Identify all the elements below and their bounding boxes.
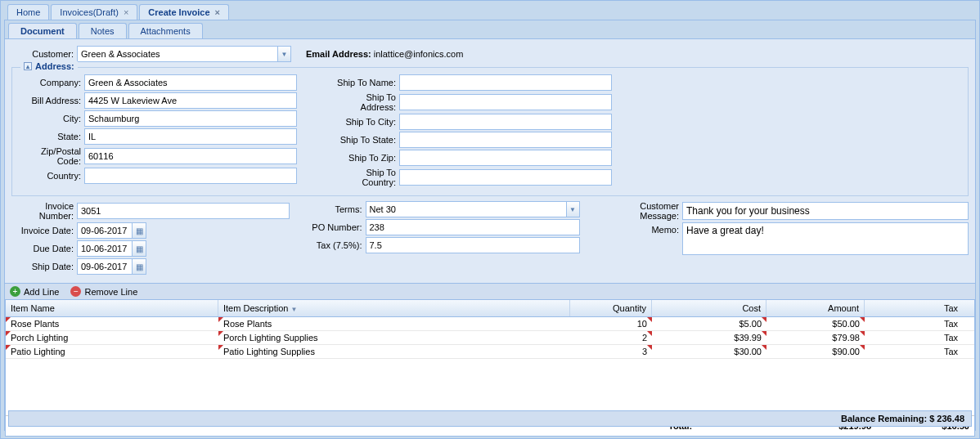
cell-tax[interactable]: Tax — [865, 345, 963, 358]
app-window: Home Invoices(Draft)× Create Invoice× Do… — [0, 0, 980, 439]
label-state: State: — [19, 132, 84, 141]
terms-combo[interactable]: ▼ — [366, 201, 580, 217]
due-date-field[interactable]: ▦ — [77, 240, 146, 257]
cell-cost[interactable]: $30.00 — [652, 345, 766, 358]
ship-country-input[interactable] — [399, 169, 612, 186]
customer-combo[interactable]: ▼ — [77, 46, 291, 62]
sub-tabbar: Document Notes Attachments — [5, 20, 975, 39]
bill-address-input[interactable] — [84, 92, 297, 109]
grid-header: Item Name Item Description▼ Quantity Cos… — [6, 300, 974, 317]
ship-date-input[interactable] — [77, 258, 133, 275]
tab-home[interactable]: Home — [7, 4, 49, 20]
cell-qty[interactable]: 3 — [570, 345, 652, 358]
invoice-number-input[interactable] — [77, 203, 290, 219]
collapse-icon[interactable]: ▴ — [24, 62, 32, 70]
label-duedate: Due Date: — [11, 244, 77, 253]
customer-message-input[interactable] — [682, 202, 969, 220]
tax-input[interactable] — [366, 237, 580, 253]
close-icon[interactable]: × — [215, 7, 220, 17]
grid-body[interactable]: Rose Plants Rose Plants 10 $5.00 $50.00 … — [6, 317, 974, 415]
customer-input[interactable] — [77, 46, 277, 62]
label-zip: Zip/Postal Code: — [19, 146, 84, 166]
col-tax[interactable]: Tax — [865, 300, 963, 316]
label-custmsg: Customer Message: — [605, 201, 682, 221]
add-line-button[interactable]: +Add Line — [10, 286, 59, 297]
cell-cost[interactable]: $5.00 — [652, 317, 766, 330]
table-row[interactable]: Patio Lighting Patio Lighting Supplies 3… — [6, 345, 974, 359]
label-shipaddr: Ship To Address: — [330, 92, 399, 112]
cell-cost[interactable]: $39.99 — [652, 331, 766, 344]
email-value: inlattice@infonics.com — [374, 49, 464, 59]
label-invdate: Invoice Date: — [11, 226, 77, 235]
label-invnum: Invoice Number: — [11, 201, 77, 221]
tab-invoices-draft[interactable]: Invoices(Draft)× — [51, 4, 137, 20]
label-memo: Memo: — [605, 222, 682, 235]
ship-address-input[interactable] — [399, 94, 612, 110]
city-input[interactable] — [84, 110, 297, 127]
table-row[interactable]: Porch Lighting Porch Lighting Supplies 2… — [6, 331, 974, 345]
invoice-date-input[interactable] — [77, 222, 133, 239]
label-customer: Customer: — [11, 49, 77, 59]
calendar-icon[interactable]: ▦ — [133, 240, 146, 257]
terms-input[interactable] — [366, 201, 566, 217]
table-row[interactable]: Rose Plants Rose Plants 10 $5.00 $50.00 … — [6, 317, 974, 331]
ship-city-input[interactable] — [399, 114, 612, 130]
tab-create-invoice[interactable]: Create Invoice× — [139, 4, 229, 20]
calendar-icon[interactable]: ▦ — [133, 222, 146, 239]
sort-desc-icon: ▼ — [290, 306, 297, 313]
main-tabbar: Home Invoices(Draft)× Create Invoice× — [4, 4, 976, 20]
cell-amt[interactable]: $50.00 — [766, 317, 865, 330]
cell-qty[interactable]: 10 — [570, 317, 652, 330]
cell-amt[interactable]: $90.00 — [766, 345, 865, 358]
chevron-down-icon[interactable]: ▼ — [277, 46, 291, 62]
label-shipzip: Ship To Zip: — [330, 153, 399, 163]
label-tax: Tax (7.5%): — [308, 240, 366, 250]
country-input[interactable] — [84, 168, 297, 184]
ship-name-input[interactable] — [399, 74, 612, 91]
calendar-icon[interactable]: ▦ — [133, 258, 146, 275]
cell-item[interactable]: Rose Plants — [6, 317, 218, 330]
status-bar: Balance Remaining: $ 236.48 — [8, 410, 972, 427]
ship-zip-input[interactable] — [399, 150, 612, 166]
zip-input[interactable] — [84, 148, 297, 164]
col-item-desc[interactable]: Item Description▼ — [218, 300, 570, 316]
label-company: Company: — [19, 78, 84, 87]
cell-qty[interactable]: 2 — [570, 331, 652, 344]
subtab-notes[interactable]: Notes — [79, 23, 127, 38]
minus-icon: − — [70, 286, 81, 297]
ship-date-field[interactable]: ▦ — [77, 258, 146, 275]
label-shipname: Ship To Name: — [330, 78, 399, 87]
col-amount[interactable]: Amount — [766, 300, 865, 316]
state-input[interactable] — [84, 128, 297, 145]
cell-tax[interactable]: Tax — [865, 317, 963, 330]
form-area: Customer: ▼ Email Address: inlattice@inf… — [5, 39, 975, 283]
close-icon[interactable]: × — [124, 7, 128, 17]
col-item-name[interactable]: Item Name — [6, 300, 218, 316]
remove-line-button[interactable]: −Remove Line — [70, 286, 137, 297]
invoice-date-field[interactable]: ▦ — [77, 222, 146, 239]
col-quantity[interactable]: Quantity — [570, 300, 652, 316]
label-email: Email Address: inlattice@infonics.com — [306, 49, 463, 59]
label-terms: Terms: — [308, 204, 366, 214]
company-input[interactable] — [84, 74, 297, 91]
cell-desc[interactable]: Porch Lighting Supplies — [218, 331, 570, 344]
cell-tax[interactable]: Tax — [865, 331, 963, 344]
subtab-attachments[interactable]: Attachments — [128, 23, 203, 38]
label-shipcountry: Ship To Country: — [330, 168, 399, 187]
memo-input[interactable]: Have a great day! — [682, 222, 969, 255]
chevron-down-icon[interactable]: ▼ — [566, 201, 580, 217]
cell-amt[interactable]: $79.98 — [766, 331, 865, 344]
col-cost[interactable]: Cost — [652, 300, 766, 316]
subtab-document[interactable]: Document — [8, 23, 77, 38]
cell-item[interactable]: Porch Lighting — [6, 331, 218, 344]
ship-state-input[interactable] — [399, 132, 612, 148]
label-city: City: — [19, 114, 84, 123]
cell-item[interactable]: Patio Lighting — [6, 345, 218, 358]
due-date-input[interactable] — [77, 240, 133, 257]
cell-desc[interactable]: Patio Lighting Supplies — [218, 345, 570, 358]
line-toolbar: +Add Line −Remove Line — [5, 283, 975, 300]
label-shipdate: Ship Date: — [11, 262, 77, 271]
cell-desc[interactable]: Rose Plants — [218, 317, 570, 330]
label-shipcity: Ship To City: — [330, 117, 399, 127]
po-number-input[interactable] — [366, 219, 580, 235]
